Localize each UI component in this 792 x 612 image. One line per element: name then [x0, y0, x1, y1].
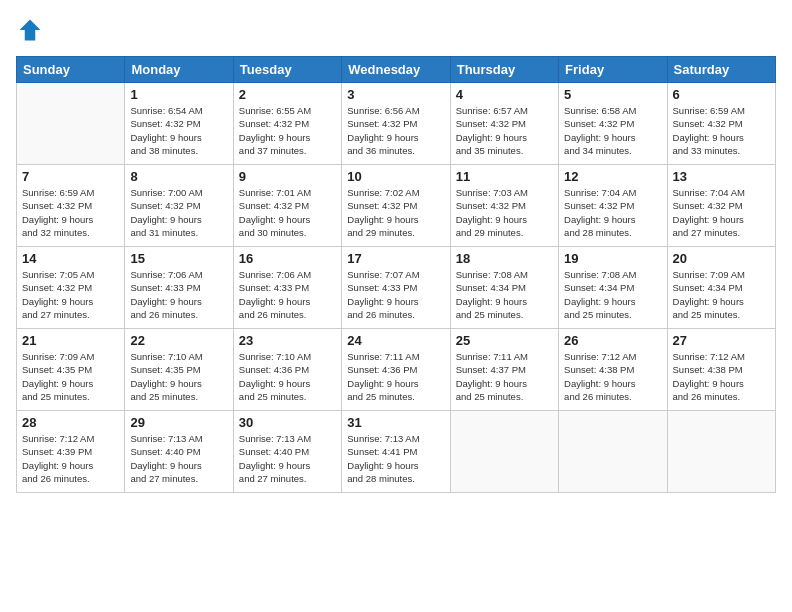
day-info: Sunrise: 7:13 AM Sunset: 4:41 PM Dayligh…: [347, 432, 444, 485]
calendar-cell: 16Sunrise: 7:06 AM Sunset: 4:33 PM Dayli…: [233, 247, 341, 329]
calendar-cell: 7Sunrise: 6:59 AM Sunset: 4:32 PM Daylig…: [17, 165, 125, 247]
calendar-cell: 28Sunrise: 7:12 AM Sunset: 4:39 PM Dayli…: [17, 411, 125, 493]
day-number: 2: [239, 87, 336, 102]
day-info: Sunrise: 7:12 AM Sunset: 4:38 PM Dayligh…: [673, 350, 770, 403]
calendar-cell: 23Sunrise: 7:10 AM Sunset: 4:36 PM Dayli…: [233, 329, 341, 411]
day-info: Sunrise: 6:59 AM Sunset: 4:32 PM Dayligh…: [22, 186, 119, 239]
calendar-cell: 31Sunrise: 7:13 AM Sunset: 4:41 PM Dayli…: [342, 411, 450, 493]
calendar-cell: 11Sunrise: 7:03 AM Sunset: 4:32 PM Dayli…: [450, 165, 558, 247]
calendar-cell: 2Sunrise: 6:55 AM Sunset: 4:32 PM Daylig…: [233, 83, 341, 165]
day-number: 20: [673, 251, 770, 266]
day-number: 3: [347, 87, 444, 102]
day-number: 19: [564, 251, 661, 266]
calendar-cell: 1Sunrise: 6:54 AM Sunset: 4:32 PM Daylig…: [125, 83, 233, 165]
calendar-cell: 15Sunrise: 7:06 AM Sunset: 4:33 PM Dayli…: [125, 247, 233, 329]
weekday-header-sunday: Sunday: [17, 57, 125, 83]
calendar-cell: 6Sunrise: 6:59 AM Sunset: 4:32 PM Daylig…: [667, 83, 775, 165]
day-number: 18: [456, 251, 553, 266]
day-number: 12: [564, 169, 661, 184]
day-number: 25: [456, 333, 553, 348]
day-info: Sunrise: 7:03 AM Sunset: 4:32 PM Dayligh…: [456, 186, 553, 239]
day-info: Sunrise: 7:04 AM Sunset: 4:32 PM Dayligh…: [564, 186, 661, 239]
calendar-cell: 24Sunrise: 7:11 AM Sunset: 4:36 PM Dayli…: [342, 329, 450, 411]
calendar-cell: 30Sunrise: 7:13 AM Sunset: 4:40 PM Dayli…: [233, 411, 341, 493]
day-info: Sunrise: 6:54 AM Sunset: 4:32 PM Dayligh…: [130, 104, 227, 157]
day-number: 17: [347, 251, 444, 266]
day-info: Sunrise: 6:58 AM Sunset: 4:32 PM Dayligh…: [564, 104, 661, 157]
logo-icon: [16, 16, 44, 44]
day-number: 7: [22, 169, 119, 184]
week-row-4: 21Sunrise: 7:09 AM Sunset: 4:35 PM Dayli…: [17, 329, 776, 411]
calendar-cell: 13Sunrise: 7:04 AM Sunset: 4:32 PM Dayli…: [667, 165, 775, 247]
day-info: Sunrise: 7:07 AM Sunset: 4:33 PM Dayligh…: [347, 268, 444, 321]
calendar-cell: 10Sunrise: 7:02 AM Sunset: 4:32 PM Dayli…: [342, 165, 450, 247]
calendar-cell: 3Sunrise: 6:56 AM Sunset: 4:32 PM Daylig…: [342, 83, 450, 165]
calendar: SundayMondayTuesdayWednesdayThursdayFrid…: [16, 56, 776, 493]
day-number: 15: [130, 251, 227, 266]
calendar-cell: 5Sunrise: 6:58 AM Sunset: 4:32 PM Daylig…: [559, 83, 667, 165]
day-info: Sunrise: 7:06 AM Sunset: 4:33 PM Dayligh…: [130, 268, 227, 321]
day-number: 24: [347, 333, 444, 348]
day-info: Sunrise: 6:57 AM Sunset: 4:32 PM Dayligh…: [456, 104, 553, 157]
day-number: 28: [22, 415, 119, 430]
calendar-cell: 19Sunrise: 7:08 AM Sunset: 4:34 PM Dayli…: [559, 247, 667, 329]
weekday-header-tuesday: Tuesday: [233, 57, 341, 83]
logo: [16, 16, 48, 44]
header: [16, 16, 776, 44]
day-info: Sunrise: 7:12 AM Sunset: 4:39 PM Dayligh…: [22, 432, 119, 485]
day-number: 29: [130, 415, 227, 430]
day-info: Sunrise: 7:01 AM Sunset: 4:32 PM Dayligh…: [239, 186, 336, 239]
day-number: 9: [239, 169, 336, 184]
calendar-cell: [450, 411, 558, 493]
day-number: 23: [239, 333, 336, 348]
day-info: Sunrise: 7:08 AM Sunset: 4:34 PM Dayligh…: [564, 268, 661, 321]
day-info: Sunrise: 6:56 AM Sunset: 4:32 PM Dayligh…: [347, 104, 444, 157]
day-info: Sunrise: 7:08 AM Sunset: 4:34 PM Dayligh…: [456, 268, 553, 321]
day-info: Sunrise: 7:04 AM Sunset: 4:32 PM Dayligh…: [673, 186, 770, 239]
day-number: 5: [564, 87, 661, 102]
weekday-header-saturday: Saturday: [667, 57, 775, 83]
week-row-1: 1Sunrise: 6:54 AM Sunset: 4:32 PM Daylig…: [17, 83, 776, 165]
calendar-cell: 14Sunrise: 7:05 AM Sunset: 4:32 PM Dayli…: [17, 247, 125, 329]
day-number: 1: [130, 87, 227, 102]
day-info: Sunrise: 6:55 AM Sunset: 4:32 PM Dayligh…: [239, 104, 336, 157]
day-info: Sunrise: 7:05 AM Sunset: 4:32 PM Dayligh…: [22, 268, 119, 321]
day-info: Sunrise: 7:13 AM Sunset: 4:40 PM Dayligh…: [239, 432, 336, 485]
day-number: 27: [673, 333, 770, 348]
week-row-5: 28Sunrise: 7:12 AM Sunset: 4:39 PM Dayli…: [17, 411, 776, 493]
calendar-cell: 9Sunrise: 7:01 AM Sunset: 4:32 PM Daylig…: [233, 165, 341, 247]
calendar-cell: 26Sunrise: 7:12 AM Sunset: 4:38 PM Dayli…: [559, 329, 667, 411]
calendar-cell: 20Sunrise: 7:09 AM Sunset: 4:34 PM Dayli…: [667, 247, 775, 329]
calendar-cell: 8Sunrise: 7:00 AM Sunset: 4:32 PM Daylig…: [125, 165, 233, 247]
day-number: 30: [239, 415, 336, 430]
week-row-2: 7Sunrise: 6:59 AM Sunset: 4:32 PM Daylig…: [17, 165, 776, 247]
day-info: Sunrise: 7:10 AM Sunset: 4:35 PM Dayligh…: [130, 350, 227, 403]
calendar-cell: 21Sunrise: 7:09 AM Sunset: 4:35 PM Dayli…: [17, 329, 125, 411]
day-info: Sunrise: 7:06 AM Sunset: 4:33 PM Dayligh…: [239, 268, 336, 321]
weekday-header-wednesday: Wednesday: [342, 57, 450, 83]
day-info: Sunrise: 7:12 AM Sunset: 4:38 PM Dayligh…: [564, 350, 661, 403]
day-number: 8: [130, 169, 227, 184]
calendar-cell: 25Sunrise: 7:11 AM Sunset: 4:37 PM Dayli…: [450, 329, 558, 411]
calendar-cell: [667, 411, 775, 493]
day-info: Sunrise: 7:10 AM Sunset: 4:36 PM Dayligh…: [239, 350, 336, 403]
calendar-cell: 4Sunrise: 6:57 AM Sunset: 4:32 PM Daylig…: [450, 83, 558, 165]
day-info: Sunrise: 7:02 AM Sunset: 4:32 PM Dayligh…: [347, 186, 444, 239]
weekday-header-monday: Monday: [125, 57, 233, 83]
day-info: Sunrise: 7:11 AM Sunset: 4:36 PM Dayligh…: [347, 350, 444, 403]
day-number: 10: [347, 169, 444, 184]
calendar-cell: 27Sunrise: 7:12 AM Sunset: 4:38 PM Dayli…: [667, 329, 775, 411]
day-number: 21: [22, 333, 119, 348]
day-number: 13: [673, 169, 770, 184]
day-info: Sunrise: 7:09 AM Sunset: 4:34 PM Dayligh…: [673, 268, 770, 321]
svg-marker-0: [20, 20, 41, 41]
day-info: Sunrise: 7:00 AM Sunset: 4:32 PM Dayligh…: [130, 186, 227, 239]
day-number: 31: [347, 415, 444, 430]
day-info: Sunrise: 7:11 AM Sunset: 4:37 PM Dayligh…: [456, 350, 553, 403]
week-row-3: 14Sunrise: 7:05 AM Sunset: 4:32 PM Dayli…: [17, 247, 776, 329]
day-info: Sunrise: 7:09 AM Sunset: 4:35 PM Dayligh…: [22, 350, 119, 403]
weekday-header-thursday: Thursday: [450, 57, 558, 83]
day-info: Sunrise: 7:13 AM Sunset: 4:40 PM Dayligh…: [130, 432, 227, 485]
weekday-header-friday: Friday: [559, 57, 667, 83]
calendar-cell: 22Sunrise: 7:10 AM Sunset: 4:35 PM Dayli…: [125, 329, 233, 411]
